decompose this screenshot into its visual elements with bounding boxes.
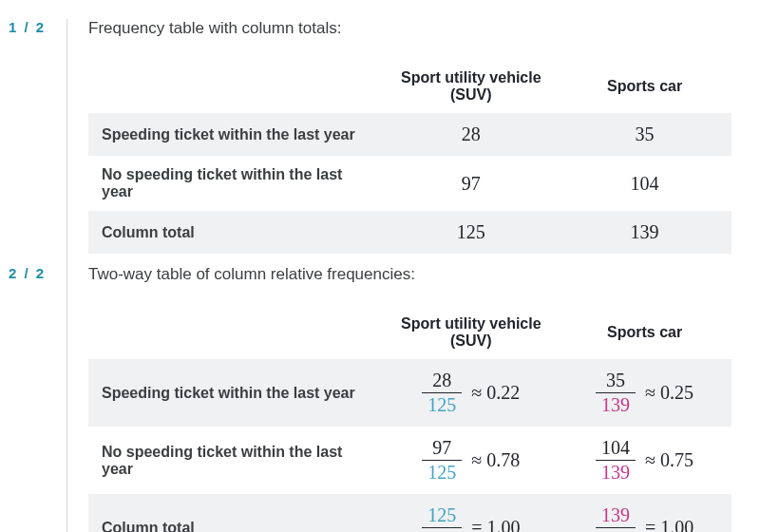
cell-fraction: 125125 = 1.00 bbox=[384, 494, 558, 532]
relative-frequency-table: Sport utility vehicle (SUV) Sports car S… bbox=[88, 305, 732, 532]
step-badge: 1 / 2 bbox=[9, 19, 49, 39]
cell-value: 28 bbox=[384, 113, 558, 156]
section-frequency-table: 1 / 2 Frequency table with column totals… bbox=[66, 19, 732, 265]
section-relative-frequencies: 2 / 2 Two-way table of column relative f… bbox=[66, 265, 732, 532]
cell-fraction: 97125 ≈ 0.78 bbox=[384, 427, 558, 494]
cell-value: 35 bbox=[558, 113, 732, 156]
cell-value: 104 bbox=[558, 156, 732, 211]
column-total-sportscar: 139 bbox=[558, 211, 732, 254]
row-label: Speeding ticket within the last year bbox=[88, 113, 384, 156]
table-row: Column total 125125 = 1.00 139139 = 1.00 bbox=[88, 494, 732, 532]
table-row: No speeding ticket within the last year … bbox=[88, 156, 732, 211]
step-badge: 2 / 2 bbox=[9, 265, 49, 285]
row-label: Speeding ticket within the last year bbox=[88, 359, 384, 427]
cell-value: 97 bbox=[384, 156, 558, 211]
row-label: No speeding ticket within the last year bbox=[88, 427, 384, 494]
cell-fraction: 104139 ≈ 0.75 bbox=[558, 427, 732, 494]
section-title: Frequency table with column totals: bbox=[88, 19, 732, 38]
col-header-suv: Sport utility vehicle (SUV) bbox=[384, 305, 558, 359]
cell-fraction: 139139 = 1.00 bbox=[558, 494, 732, 532]
col-header-sportscar: Sports car bbox=[558, 59, 732, 113]
cell-fraction: 28125 ≈ 0.22 bbox=[384, 359, 558, 427]
row-label: Column total bbox=[88, 494, 384, 532]
table-row: Column total 125 139 bbox=[88, 211, 732, 254]
row-label: Column total bbox=[88, 211, 384, 254]
frequency-table: Sport utility vehicle (SUV) Sports car S… bbox=[88, 59, 732, 254]
col-header bbox=[88, 305, 384, 359]
column-total-suv: 125 bbox=[384, 211, 558, 254]
table-row: Speeding ticket within the last year 281… bbox=[88, 359, 732, 427]
col-header-suv: Sport utility vehicle (SUV) bbox=[384, 59, 558, 113]
col-header-sportscar: Sports car bbox=[558, 305, 732, 359]
cell-fraction: 35139 ≈ 0.25 bbox=[558, 359, 732, 427]
col-header bbox=[88, 59, 384, 113]
table-row: No speeding ticket within the last year … bbox=[88, 427, 732, 494]
row-label: No speeding ticket within the last year bbox=[88, 156, 384, 211]
table-row: Speeding ticket within the last year 28 … bbox=[88, 113, 732, 156]
section-title: Two-way table of column relative frequen… bbox=[88, 265, 732, 284]
